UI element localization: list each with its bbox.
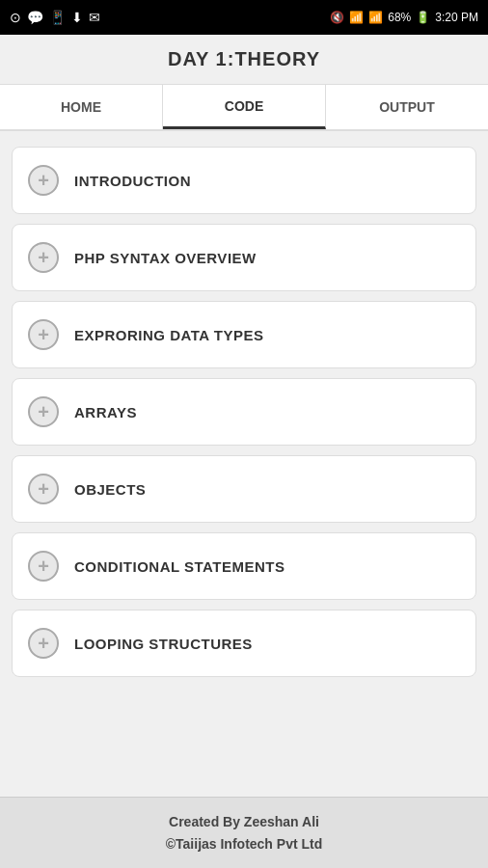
battery-text: 68% xyxy=(388,11,411,24)
download-icon: ⬇ xyxy=(71,10,83,25)
item-label-conditional: CONDITIONAL STATEMENTS xyxy=(74,558,285,575)
list-item-php-syntax[interactable]: + PHP SYNTAX OVERVIEW xyxy=(12,224,476,291)
mute-icon: 🔇 xyxy=(330,11,344,24)
list-item-data-types[interactable]: + EXPRORING DATA TYPES xyxy=(12,301,476,368)
tab-output[interactable]: OUTPUT xyxy=(326,85,488,129)
wifi-icon: 📶 xyxy=(349,11,364,24)
plus-icon-php-syntax: + xyxy=(28,242,59,273)
tab-code[interactable]: CODE xyxy=(163,85,326,129)
page-title: DAY 1:THEORY xyxy=(168,48,320,70)
footer-line1: Created By Zeeshan Ali xyxy=(10,811,478,832)
plus-icon-arrays: + xyxy=(28,396,59,427)
item-label-introduction: INTRODUCTION xyxy=(74,173,191,189)
status-left-icons: ⊙ 💬 📱 ⬇ ✉ xyxy=(10,10,100,25)
status-bar: ⊙ 💬 📱 ⬇ ✉ 🔇 📶 📶 68% 🔋 3:20 PM xyxy=(0,0,488,35)
plus-icon-conditional: + xyxy=(28,551,59,582)
plus-icon-looping: + xyxy=(28,628,59,659)
item-label-data-types: EXPRORING DATA TYPES xyxy=(74,327,263,343)
plus-icon-objects: + xyxy=(28,474,59,504)
status-right-icons: 🔇 📶 📶 68% 🔋 3:20 PM xyxy=(330,11,478,24)
footer: Created By Zeeshan Ali ©Taiijas Infotech… xyxy=(0,797,488,868)
list-item-objects[interactable]: + OBJECTS xyxy=(12,455,476,523)
list-item-conditional[interactable]: + CONDITIONAL STATEMENTS xyxy=(12,532,476,600)
item-label-arrays: ARRAYS xyxy=(74,404,137,420)
item-label-php-syntax: PHP SYNTAX OVERVIEW xyxy=(74,250,257,266)
circle-icon: ⊙ xyxy=(10,10,21,25)
list-item-arrays[interactable]: + ARRAYS xyxy=(12,378,476,446)
tab-bar: HOME CODE OUTPUT xyxy=(0,85,488,131)
footer-line2: ©Taiijas Infotech Pvt Ltd xyxy=(10,833,478,854)
tab-home[interactable]: HOME xyxy=(0,85,163,129)
plus-icon-introduction: + xyxy=(28,165,59,196)
main-content: + INTRODUCTION + PHP SYNTAX OVERVIEW + E… xyxy=(0,131,488,692)
item-label-looping: LOOPING STRUCTURES xyxy=(74,636,253,652)
list-item-looping[interactable]: + LOOPING STRUCTURES xyxy=(12,610,476,677)
plus-icon-data-types: + xyxy=(28,319,59,350)
signal-icon: 📶 xyxy=(368,11,383,24)
whatsapp-icon: 💬 xyxy=(27,10,43,25)
android-icon: 📱 xyxy=(49,10,66,25)
mail-icon: ✉ xyxy=(89,10,100,25)
item-label-objects: OBJECTS xyxy=(74,481,146,498)
title-bar: DAY 1:THEORY xyxy=(0,35,488,85)
battery-icon: 🔋 xyxy=(416,11,430,24)
time-text: 3:20 PM xyxy=(435,11,478,24)
list-item-introduction[interactable]: + INTRODUCTION xyxy=(12,147,476,214)
